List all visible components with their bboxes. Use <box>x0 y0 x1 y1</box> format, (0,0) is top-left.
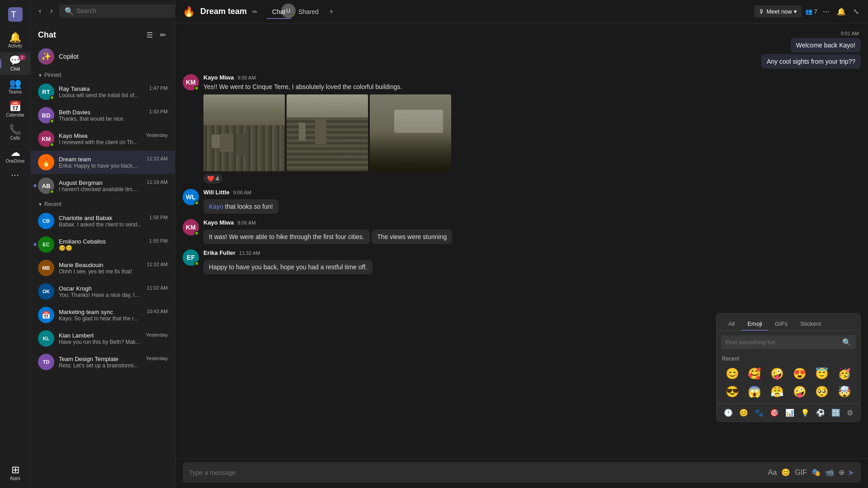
copilot-item[interactable]: ✨ Copilot <box>31 45 175 68</box>
emoji-toolbar-recent[interactable]: 🕐 <box>721 407 736 419</box>
more-options-chat-button[interactable]: ··· <box>821 5 831 18</box>
chat-item-ray[interactable]: RT Ray Tanaka 1:47 PM Louisa will send t… <box>31 80 175 103</box>
marie-name: Marie Beaudouin <box>59 262 103 268</box>
nav-item-onedrive[interactable]: ☁ OneDrive <box>0 144 30 167</box>
chat-item-dream[interactable]: 🔥 Dream team 11:32 AM Erika: Happy to ha… <box>31 150 175 174</box>
august-online-dot <box>50 189 54 194</box>
forward-button[interactable]: › <box>47 5 55 17</box>
chat-item-kayo[interactable]: KM Kayo Miwa Yesterday I reviewed with t… <box>31 127 175 150</box>
chat-item-charlotte[interactable]: CB Charlotte and Babak 1:58 PM Babak: I … <box>31 209 175 233</box>
meet-button[interactable]: 📹 <box>824 467 835 478</box>
meet-now-button[interactable]: 🎙 Meet now ▾ <box>754 5 801 18</box>
marketing-name: Marketing team sync <box>59 309 113 315</box>
sticker-button[interactable]: 🎭 <box>810 467 822 478</box>
chat-item-beth[interactable]: BD Beth Davies 1:43 PM Thanks, that woul… <box>31 103 175 127</box>
chat-item-emiliano[interactable]: EC Emiliano Ceballos 1:55 PM 😊😊 <box>31 233 175 256</box>
nav-label-calls: Calls <box>10 136 20 141</box>
emoji-tab-gifs[interactable]: GIFs <box>769 318 794 331</box>
marketing-preview: Kayo: So glad to hear that the r... <box>59 315 168 322</box>
teams-logo[interactable]: T <box>5 4 26 25</box>
cinque-image-3[interactable] <box>370 94 451 171</box>
nav-item-activity[interactable]: 🔔 Activity <box>0 29 30 52</box>
emoji-tab-stickers[interactable]: Stickers <box>794 318 827 331</box>
emoji-4[interactable]: 😍 <box>789 366 810 382</box>
nav-label-activity: Activity <box>8 43 23 48</box>
will-msg-bubble: Kayo that looks so fun! <box>203 199 278 214</box>
chat-item-kian[interactable]: KL Kian Lambert Yesterday Have you run t… <box>31 327 175 350</box>
back-button[interactable]: ‹ <box>36 5 44 17</box>
emoji-11[interactable]: 🥺 <box>812 384 833 400</box>
kayo-msg-content-2: Kayo Miwa 9:06 AM It was! We were able t… <box>203 219 861 244</box>
members-icon: 👥 <box>805 8 812 15</box>
team-design-preview: Reta: Let's set up a brainstormi... <box>59 362 168 369</box>
new-chat-button[interactable]: ✏ <box>158 29 168 41</box>
august-name: August Bergman <box>59 179 103 186</box>
tab-shared[interactable]: Shared <box>293 5 324 19</box>
input-box: Aa 😊 GIF 🎭 📹 ⊕ ➤ <box>183 462 861 483</box>
nav-item-apps[interactable]: ⊞ Apps <box>0 461 30 484</box>
emoji-3[interactable]: 🤪 <box>767 366 788 382</box>
emoji-toolbar-activities[interactable]: 🎯 <box>767 407 782 419</box>
pinned-section-label[interactable]: ▼ Pinned <box>31 68 175 80</box>
kayo-name: Kayo Miwa <box>59 132 88 139</box>
emoji-2[interactable]: 🥰 <box>745 366 765 382</box>
nav-item-calendar[interactable]: 📅 Calendar <box>0 98 30 121</box>
emoji-toolbar-settings[interactable]: ⚙ <box>844 407 856 419</box>
emoji-toolbar-objects[interactable]: 📊 <box>783 407 797 419</box>
edit-group-button[interactable]: ✏ <box>252 8 258 15</box>
tab-chat[interactable]: Chat <box>267 5 291 19</box>
emoji-10[interactable]: 🤪 <box>789 384 810 400</box>
emoji-toolbar-smileys[interactable]: 😊 <box>736 407 751 419</box>
chat-item-team-design[interactable]: TD Team Design Template Yesterday Reta: … <box>31 350 175 374</box>
send-button[interactable]: ➤ <box>848 468 854 478</box>
emoji-toolbar-sports[interactable]: ⚽ <box>813 407 828 419</box>
emoji-6[interactable]: 🥳 <box>834 366 855 382</box>
emoji-5[interactable]: 😇 <box>812 366 833 382</box>
heart-reaction[interactable]: ❤️ 4 <box>203 174 222 183</box>
group-avatar-icon: 🔥 <box>183 6 195 18</box>
nav-item-more[interactable]: ··· <box>0 167 30 183</box>
members-button[interactable]: 👥 7 <box>805 8 817 15</box>
nav-item-teams[interactable]: 👥 Teams <box>0 75 30 98</box>
beth-name: Beth Davies <box>59 109 90 116</box>
add-tab-button[interactable]: ＋ <box>326 5 337 19</box>
kian-info: Kian Lambert Yesterday Have you run this… <box>59 332 168 345</box>
kian-preview: Have you run this by Beth? Mak... <box>59 339 168 345</box>
emoji-9[interactable]: 😤 <box>767 384 788 400</box>
attach-button[interactable]: ⊕ <box>837 467 846 478</box>
cinque-image-2[interactable] <box>287 94 368 171</box>
emoji-search-input[interactable] <box>726 339 840 346</box>
chat-item-august[interactable]: AB August Bergman 11:18 AM I haven't che… <box>31 174 175 197</box>
copilot-avatar: ✨ <box>38 48 54 65</box>
emoji-toolbar-flags[interactable]: 🔠 <box>829 407 843 419</box>
emoji-button[interactable]: 😊 <box>780 467 792 478</box>
message-input[interactable] <box>189 469 763 476</box>
filter-button[interactable]: ☰ <box>145 29 155 41</box>
meet-now-chevron: ▾ <box>794 8 797 15</box>
emoji-1[interactable]: 😊 <box>722 366 743 382</box>
emoji-12[interactable]: 🤯 <box>834 384 855 400</box>
chat-item-oscar[interactable]: OK Oscar Krogh 11:02 AM You: Thanks! Hav… <box>31 280 175 303</box>
emoji-tab-all[interactable]: All <box>722 318 741 331</box>
message-input-area: Aa 😊 GIF 🎭 📹 ⊕ ➤ <box>175 458 868 488</box>
emoji-8[interactable]: 😱 <box>745 384 765 400</box>
nav-item-calls[interactable]: 📞 Calls <box>0 121 30 144</box>
format-button[interactable]: Aa <box>767 467 778 478</box>
chat-item-marketing[interactable]: 📅 Marketing team sync 10:43 AM Kayo: So … <box>31 303 175 327</box>
chat-notification-button[interactable]: 🔔 <box>835 5 848 18</box>
cinque-image-1[interactable] <box>203 94 285 171</box>
marie-info: Marie Beaudouin 11:32 AM Ohhh I see, yes… <box>59 262 168 275</box>
chat-expand-button[interactable]: ⤡ <box>851 5 861 18</box>
emoji-toolbar-symbols[interactable]: 💡 <box>798 407 812 419</box>
gif-button[interactable]: GIF <box>793 467 808 478</box>
members-count: 7 <box>814 8 817 15</box>
emoji-7[interactable]: 😎 <box>722 384 743 400</box>
recent-section-label[interactable]: ▼ Recent <box>31 197 175 209</box>
pinned-label: Pinned <box>44 72 61 78</box>
kayo-reactions: ❤️ 4 <box>203 174 861 183</box>
emoji-tab-emoji[interactable]: Emoji <box>741 318 769 331</box>
nav-item-chat[interactable]: 💬 Chat 2 <box>0 52 30 75</box>
emoji-toolbar-animals[interactable]: 🐾 <box>752 407 766 419</box>
svg-text:T: T <box>11 9 16 19</box>
chat-item-marie[interactable]: MB Marie Beaudouin 11:32 AM Ohhh I see, … <box>31 256 175 280</box>
